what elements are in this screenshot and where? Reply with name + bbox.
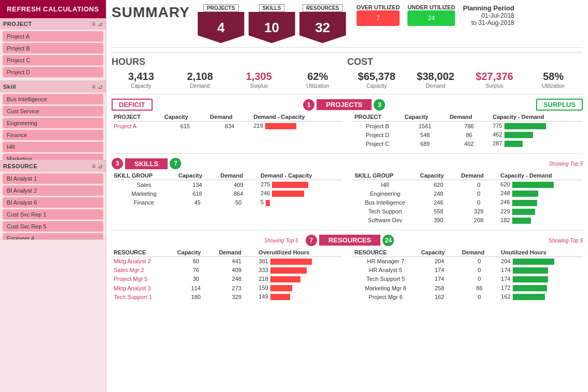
- resources-surplus-table-section: RESOURCE Capacity Demand Unutilized Hour…: [352, 248, 583, 301]
- cost-capacity-value: $65,378: [347, 71, 406, 83]
- cost-surplus-value: $27,376: [465, 71, 524, 83]
- table-row: Tech Support 1 180 329 149: [112, 292, 342, 301]
- resource-item-2[interactable]: BI Analyst 6: [3, 197, 103, 208]
- cost-demand: $38,002 Demand: [406, 71, 466, 89]
- skill-section-title: Skill: [3, 84, 16, 90]
- skill-section: Skill ≡ ⊿ Bus Intelligence Cust Service …: [0, 81, 106, 160]
- resource-capacity-s: 162: [419, 292, 460, 301]
- skill-filter-icon[interactable]: ⊿: [98, 83, 103, 90]
- skill-name-s: Tech Support: [352, 207, 418, 216]
- resource-diff-s: 204: [499, 256, 583, 266]
- project-name[interactable]: Project A: [112, 121, 162, 131]
- resource-diff: 333: [256, 266, 342, 275]
- skill-capacity-s: 248: [418, 189, 459, 198]
- resource-item-5[interactable]: Engineer 4: [3, 233, 103, 239]
- skills-deficit-table: SKILL GROUP Capacity Demand Demand - Cap…: [112, 171, 342, 207]
- project-demand-s: 402: [447, 139, 490, 148]
- project-capacity-s: 1561: [403, 121, 448, 131]
- resource-item-3[interactable]: Cust Svc Rep 1: [3, 209, 103, 220]
- th-dem-res: Demand: [217, 248, 257, 257]
- skill-demand-s: 0: [459, 189, 499, 198]
- th-resource-s: RESOURCE: [352, 248, 419, 257]
- skill-section-icons: ≡ ⊿: [92, 83, 103, 90]
- resources-surplus-table: RESOURCE Capacity Demand Unutilized Hour…: [352, 248, 583, 301]
- resource-demand: 273: [217, 283, 257, 292]
- resource-capacity: 114: [175, 283, 216, 292]
- resource-name[interactable]: Tech Support 1: [112, 292, 175, 301]
- skill-capacity-s: 558: [418, 207, 459, 216]
- project-item-b[interactable]: Project B: [3, 43, 103, 53]
- skill-name-s: Software Dev: [352, 216, 418, 225]
- cost-utilization-label: Utilization: [524, 83, 583, 89]
- resource-section-icons: ≡ ⊿: [92, 163, 103, 170]
- skills-deficit-count: 3: [112, 158, 123, 169]
- th-cap-res-s: Capacity: [419, 248, 460, 257]
- hours-label: HOURS: [112, 57, 347, 67]
- project-capacity: 615: [162, 121, 208, 131]
- th-demand-s: Demand: [447, 113, 490, 121]
- resource-capacity-s: 174: [419, 266, 460, 275]
- under-utilized-block: UNDER UTILIZED 24: [407, 4, 455, 26]
- table-row: Project A 615 834 219: [112, 121, 342, 131]
- th-resource: RESOURCE: [112, 248, 175, 257]
- filter-sort-icon[interactable]: ≡: [92, 20, 95, 28]
- cost-utilization-value: 58%: [524, 71, 583, 83]
- resource-capacity: 76: [175, 266, 216, 275]
- project-list: Project A Project B Project C Project D: [0, 30, 106, 80]
- th-capacity-s: Capacity: [403, 113, 448, 121]
- resources-value: 32: [315, 20, 330, 36]
- project-section: PROJECT ≡ ⊿ Project A Project B Project …: [0, 18, 106, 81]
- skill-item-mkt[interactable]: Marketing: [3, 154, 103, 160]
- table-row: Project C 689 402 287: [352, 139, 583, 148]
- skill-name: Sales: [112, 180, 176, 190]
- planning-from: 01-Jul-2018: [463, 12, 514, 19]
- th-cap-res: Capacity: [175, 248, 216, 257]
- skills-deficit-table-section: SKILL GROUP Capacity Demand Demand - Cap…: [112, 171, 342, 224]
- resources-banner-row: Showing Top 5 7 RESOURCES 24 Showing Top…: [112, 235, 583, 246]
- skills-surplus-table-section: SKILL GROUP Capacity Demand Capacity - D…: [352, 171, 583, 224]
- resource-name[interactable]: Sales Mgr 2: [112, 266, 175, 275]
- resource-name[interactable]: Project Mgr 5: [112, 275, 175, 283]
- skill-filter-sort-icon[interactable]: ≡: [92, 83, 95, 90]
- projects-deficit-table: PROJECT Capacity Demand Demand - Capacit…: [112, 113, 342, 130]
- resource-name[interactable]: Mktg Analyst 2: [112, 256, 175, 266]
- projects-pentagon: PROJECTS 4: [198, 4, 244, 43]
- filter-icon[interactable]: ⊿: [98, 20, 103, 28]
- resource-filter-icon[interactable]: ⊿: [98, 163, 103, 170]
- skill-item-hr[interactable]: HR: [3, 142, 103, 152]
- skill-demand-s: 0: [459, 198, 499, 207]
- resource-item-1[interactable]: BI Analyst 2: [3, 185, 103, 196]
- resource-item-0[interactable]: BI Analyst 1: [3, 173, 103, 184]
- resource-demand: 248: [217, 275, 257, 283]
- resource-diff: 159: [256, 283, 342, 292]
- skill-diff: 5: [258, 198, 342, 207]
- resource-item-4[interactable]: Cust Svc Rep 5: [3, 221, 103, 232]
- skill-item-bi[interactable]: Bus Intelligence: [3, 94, 103, 104]
- refresh-button[interactable]: REFRESH CALCULATIONS: [0, 0, 106, 18]
- over-utilized-label: OVER UTILIZED: [357, 4, 400, 10]
- project-name-s: Project C: [352, 139, 403, 148]
- resources-surplus-count: 24: [382, 235, 394, 246]
- resource-filter-sort-icon[interactable]: ≡: [92, 163, 95, 170]
- resource-demand: 329: [217, 292, 257, 301]
- th-cap-sk-s: Capacity: [418, 171, 459, 180]
- project-section-title: PROJECT: [3, 21, 32, 27]
- cost-demand-label: Demand: [406, 83, 466, 89]
- skill-item-cs[interactable]: Cust Service: [3, 106, 103, 116]
- skill-demand-s: 0: [459, 180, 499, 190]
- project-item-a[interactable]: Project A: [3, 31, 103, 42]
- resource-name[interactable]: Mktg Analyst 3: [112, 283, 175, 292]
- skill-item-fin[interactable]: Finance: [3, 130, 103, 140]
- skill-demand-s: 329: [459, 207, 499, 216]
- hours-cost-section: HOURS 3,413 Capacity 2,108 Demand 1,305 …: [112, 52, 583, 89]
- skill-item-eng[interactable]: Engineering: [3, 118, 103, 128]
- project-diff-s: 462: [490, 130, 583, 139]
- cost-utilization: 58% Utilization: [524, 71, 583, 89]
- th-capacity: Capacity: [162, 113, 208, 121]
- project-demand-s: 86: [447, 130, 490, 139]
- skill-name: Marketing: [112, 189, 176, 198]
- project-item-c[interactable]: Project C: [3, 55, 103, 65]
- hours-utilization-label: Utilization: [289, 83, 348, 89]
- table-row: Marketing 618 864 246: [112, 189, 342, 198]
- project-item-d[interactable]: Project D: [3, 67, 103, 77]
